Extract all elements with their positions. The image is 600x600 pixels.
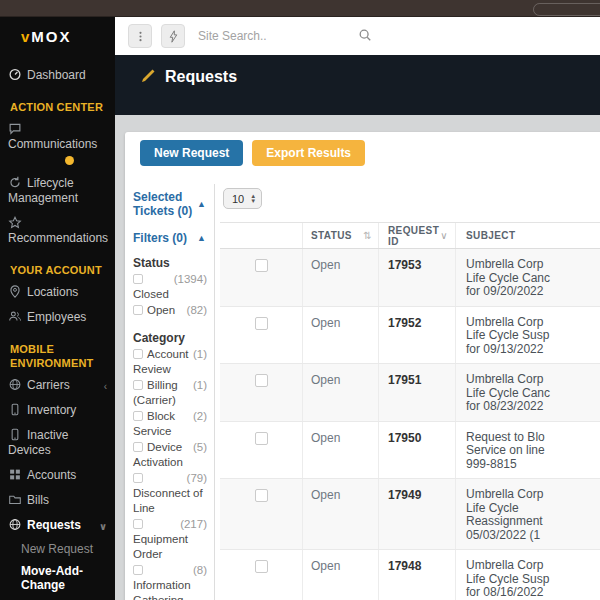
chevron-left-icon: ‹ xyxy=(104,379,107,394)
filter-list-status: (1394)Closed (82)Open xyxy=(133,271,207,318)
row-checkbox-cell xyxy=(220,479,302,549)
sort-desc-icon[interactable]: ∨ xyxy=(440,230,448,241)
sidebar-nav: Dashboard ACTION CENTER Communications L… xyxy=(0,55,115,600)
filter-item[interactable]: (1394)Closed xyxy=(133,271,207,302)
subject-line: for 09/20/2022 xyxy=(466,285,600,299)
sidebar-item-communications[interactable]: Communications xyxy=(0,117,115,171)
sidebar-item-bills[interactable]: Bills xyxy=(0,488,115,513)
sidebar-item-lifecycle-management[interactable]: Lifecycle Management xyxy=(0,171,115,211)
filter-item[interactable]: (5)Device Activation xyxy=(133,439,207,470)
filter-label: Disconnect of Line xyxy=(133,487,203,514)
column-header-request-id[interactable]: REQUEST ID∨ xyxy=(378,223,455,248)
filter-count: (1) xyxy=(193,378,207,393)
row-checkbox[interactable] xyxy=(255,432,268,445)
checkbox[interactable] xyxy=(133,305,143,315)
table-row[interactable]: Open 17949 Umbrella CorpLife CycleReassi… xyxy=(220,479,600,550)
filter-item[interactable]: (1)Billing (Carrier) xyxy=(133,377,207,408)
filter-count: (8) xyxy=(193,563,207,578)
row-checkbox[interactable] xyxy=(255,317,268,330)
filter-item[interactable]: (1)Account Review xyxy=(133,346,207,377)
notification-dot xyxy=(65,156,74,165)
row-checkbox[interactable] xyxy=(255,489,268,502)
subject-cell: Umbrella CorpLife Cycle Cancfor 09/20/20… xyxy=(455,249,600,306)
sidebar-section-mobile-environment: MOBILE ENVIRONMENT xyxy=(0,330,115,373)
page-size-select[interactable]: 10 ▲▼ xyxy=(223,188,262,209)
sidebar-item-label: Accounts xyxy=(27,468,76,482)
filter-label: Closed xyxy=(133,288,169,300)
sidebar-item-recommendations[interactable]: Recommendations xyxy=(0,211,115,251)
filter-count: (217) xyxy=(180,517,207,532)
status-cell: Open xyxy=(302,249,378,306)
sidebar-item-requests[interactable]: Requests∨ xyxy=(0,513,115,538)
sidebar-item-label: Communications xyxy=(8,137,97,151)
row-checkbox-cell xyxy=(220,422,302,479)
column-header-status[interactable]: STATUS⇅ xyxy=(302,223,378,248)
filter-group-status: Status (1394)Closed (82)Open xyxy=(133,256,207,318)
new-request-button[interactable]: New Request xyxy=(140,140,243,166)
checkbox[interactable] xyxy=(133,349,143,359)
filter-item[interactable]: (217)Equipment Order xyxy=(133,516,207,562)
sidebar-item-dashboard[interactable]: Dashboard xyxy=(0,63,115,88)
row-checkbox[interactable] xyxy=(255,374,268,387)
subject-line: for 08/16/2022 xyxy=(466,586,600,600)
logo-prefix: v xyxy=(21,28,31,45)
filter-item[interactable]: (8)Information Gathering xyxy=(133,562,207,600)
table-row[interactable]: Open 17953 Umbrella CorpLife Cycle Cancf… xyxy=(220,249,600,307)
vmox-logo: vMOX xyxy=(0,17,115,55)
row-checkbox[interactable] xyxy=(255,259,268,272)
filters-toggle[interactable]: Filters (0) ▲ xyxy=(133,229,207,256)
subject-cell: Umbrella CorpLife CycleReassignment05/03… xyxy=(455,479,600,549)
checkbox[interactable] xyxy=(133,565,143,575)
checkbox[interactable] xyxy=(133,442,143,452)
filter-item[interactable]: (82)Open xyxy=(133,302,207,318)
checkbox[interactable] xyxy=(133,274,143,284)
selected-tickets-toggle[interactable]: Selected Tickets (0) ▲ xyxy=(133,188,207,229)
sidebar-item-label: Requests xyxy=(27,518,81,532)
sort-icon[interactable]: ⇅ xyxy=(363,230,372,241)
filter-item[interactable]: (2)Block Service xyxy=(133,408,207,439)
sidebar-item-carriers[interactable]: Carriers‹ xyxy=(0,373,115,398)
subject-line: Umbrella Corp xyxy=(466,316,600,330)
quick-actions-button[interactable] xyxy=(161,24,185,48)
filter-group-title: Category xyxy=(133,331,207,346)
status-cell: Open xyxy=(302,364,378,421)
table-row[interactable]: Open 17952 Umbrella CorpLife Cycle Suspf… xyxy=(220,307,600,365)
site-search-input[interactable] xyxy=(198,29,353,43)
search-icon[interactable] xyxy=(358,28,372,46)
filter-group-title: Status xyxy=(133,256,207,271)
sidebar-item-label: Inventory xyxy=(27,403,76,417)
page-size-value: 10 xyxy=(232,193,244,205)
more-options-button[interactable] xyxy=(128,24,152,48)
sidebar-item-inactive-devices[interactable]: Inactive Devices xyxy=(0,423,115,463)
column-label: STATUS xyxy=(311,230,352,241)
sidebar-item-locations[interactable]: Locations xyxy=(0,280,115,305)
folder-icon xyxy=(8,493,22,506)
sidebar-subitem-new-request[interactable]: New Request xyxy=(0,538,115,560)
subject-line: Reassignment xyxy=(466,515,600,529)
sidebar-item-accounts[interactable]: Accounts xyxy=(0,463,115,488)
chat-icon xyxy=(8,122,22,135)
sidebar-subitem-orders[interactable]: Orders xyxy=(0,596,115,600)
checkbox[interactable] xyxy=(133,411,143,421)
checkbox[interactable] xyxy=(133,473,143,483)
checkbox[interactable] xyxy=(133,519,143,529)
table-row[interactable]: Open 17951 Umbrella CorpLife Cycle Cancf… xyxy=(220,364,600,422)
sidebar-item-inventory[interactable]: Inventory xyxy=(0,398,115,423)
column-header-subject[interactable]: SUBJECT xyxy=(455,223,600,248)
subject-line: 05/03/2022 (1 xyxy=(466,529,600,543)
table-row[interactable]: Open 17950 Request to BloService on line… xyxy=(220,422,600,480)
row-checkbox[interactable] xyxy=(255,560,268,573)
sidebar-item-employees[interactable]: Employees xyxy=(0,305,115,330)
filter-item[interactable]: (79)Disconnect of Line xyxy=(133,470,207,516)
request-id-cell: 17953 xyxy=(378,249,455,306)
table-header-row: STATUS⇅ REQUEST ID∨ SUBJECT xyxy=(220,223,600,249)
request-id-cell: 17948 xyxy=(378,550,455,600)
phone-icon xyxy=(8,403,22,416)
collapse-up-icon: ▲ xyxy=(197,233,206,243)
table-row[interactable]: Open 17948 Umbrella CorpLife Cycle Suspf… xyxy=(220,550,600,600)
sidebar-subitem-move-add-change[interactable]: Move-Add-Change xyxy=(0,560,115,596)
checkbox[interactable] xyxy=(133,380,143,390)
column-label: SUBJECT xyxy=(466,230,515,241)
export-results-button[interactable]: Export Results xyxy=(252,140,365,166)
page-header: Requests xyxy=(115,55,600,115)
